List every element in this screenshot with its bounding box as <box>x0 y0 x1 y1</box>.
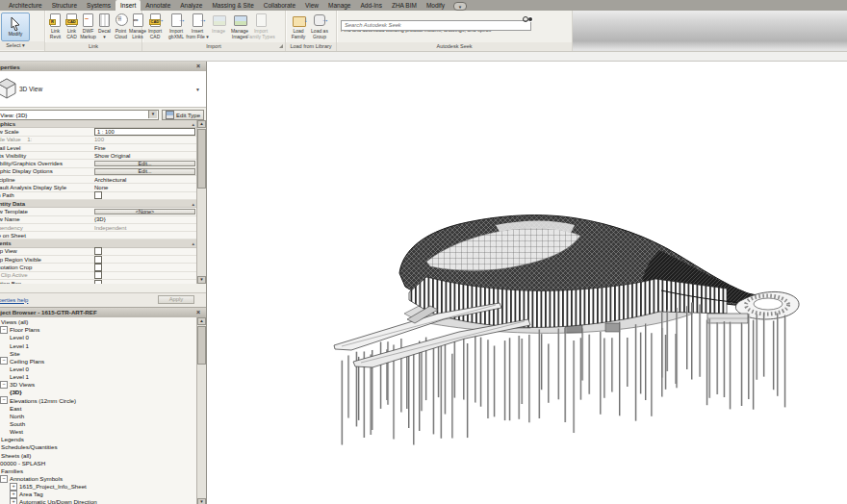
tree-item-north[interactable]: North <box>0 412 206 419</box>
expand-icon[interactable]: + <box>10 491 17 498</box>
collapse-icon[interactable]: − <box>0 475 8 483</box>
tree-item--3d-[interactable]: {3D} <box>0 389 206 396</box>
ribbon-button-import-gbxml[interactable]: →ImportgbXML <box>166 13 187 39</box>
checkbox[interactable] <box>94 271 102 279</box>
apply-button[interactable]: Apply <box>158 295 194 304</box>
checkbox[interactable] <box>94 280 102 284</box>
type-selector[interactable]: 3D View ▼ <box>0 71 206 108</box>
tree-item-ceiling-plans[interactable]: −Ceiling Plans <box>0 357 206 365</box>
ribbon-display-toggle-icon[interactable]: ▾ <box>453 2 467 11</box>
combo-arrow-icon: ▼ <box>148 111 157 118</box>
ribbon-button-link-revit[interactable]: RLinkRevit <box>47 13 64 39</box>
dialog-launcher-icon[interactable] <box>279 44 283 48</box>
properties-help-link[interactable]: Properties help <box>0 297 28 303</box>
scroll-down-arrow[interactable]: ▼ <box>197 498 206 504</box>
property-edit-button[interactable]: Edit... <box>94 168 195 174</box>
tree-item-legends[interactable]: Legends <box>0 436 206 443</box>
project-browser-title-bar[interactable]: Project Browser - 1615-GTR-ART-REF × <box>0 308 206 317</box>
tab-structure[interactable]: Structure <box>47 0 82 11</box>
tree-item-west[interactable]: West <box>0 428 206 436</box>
tree-item-floor-plans[interactable]: −Floor Plans <box>0 326 206 334</box>
tree-item-south[interactable]: South <box>0 419 206 427</box>
load-family-icon: ↓ <box>291 13 307 29</box>
close-icon[interactable]: × <box>196 63 200 69</box>
ribbon-button-insert-from-file[interactable]: →Insertfrom File ▾ <box>187 13 208 39</box>
scroll-thumb[interactable] <box>197 129 206 189</box>
checkbox[interactable] <box>94 264 102 271</box>
tab-modify[interactable]: Modify <box>422 0 449 11</box>
tab-massing-site[interactable]: Massing & Site <box>207 0 258 11</box>
tree-item-level-0[interactable]: Level 0 <box>0 365 206 372</box>
tree-item-00000-splash[interactable]: 00000 - SPLASH <box>0 459 206 466</box>
tab-analyze[interactable]: Analyze <box>175 0 207 11</box>
properties-title-bar[interactable]: Properties × <box>0 62 206 71</box>
properties-scrollbar[interactable]: ▲ ▼ <box>196 120 206 284</box>
collapse-icon[interactable]: − <box>0 357 8 365</box>
property-value-input[interactable]: 1 : 100 <box>94 128 195 136</box>
tree-item-automatic-up-down-direction[interactable]: +Automatic Up/Down Direction <box>0 498 206 504</box>
scroll-thumb[interactable] <box>197 326 206 365</box>
property-row: Sun Path <box>0 192 197 200</box>
tree-item-families[interactable]: Families <box>0 466 206 474</box>
tree-item-elevations-12mm-circle-[interactable]: −Elevations (12mm Circle) <box>0 396 206 404</box>
scroll-up-arrow[interactable]: ▲ <box>197 120 206 128</box>
scroll-down-arrow[interactable]: ▼ <box>197 276 206 284</box>
property-row: Section Box <box>0 280 197 284</box>
property-edit-button[interactable]: Edit... <box>94 161 195 166</box>
tree-item-level-1[interactable]: Level 1 <box>0 373 206 381</box>
tab-collaborate[interactable]: Collaborate <box>259 0 300 11</box>
property-row: Graphic Display OptionsEdit... <box>0 168 197 176</box>
tab-view[interactable]: View <box>300 0 323 11</box>
scroll-up-arrow[interactable]: ▲ <box>197 317 206 325</box>
tree-item-views-all-[interactable]: Views (all) <box>0 318 206 326</box>
property-row: Detail LevelFine <box>0 144 197 152</box>
tab-manage[interactable]: Manage <box>323 0 356 11</box>
ribbon-button-load-as-group[interactable]: →Load asGroup <box>309 13 330 39</box>
tree-item-east[interactable]: East <box>0 404 206 412</box>
tree-item-annotation-symbols[interactable]: −Annotation Symbols <box>0 474 206 482</box>
tab-architecture[interactable]: Architecture <box>4 0 47 11</box>
tree-item-area-tag[interactable]: +Area Tag <box>0 491 206 498</box>
expand-icon[interactable]: + <box>10 483 17 491</box>
tree-item-site[interactable]: Site <box>0 349 206 357</box>
checkbox[interactable] <box>94 247 102 255</box>
tree-item-sheets-all-[interactable]: Sheets (all) <box>0 451 206 459</box>
tree-item-3d-views[interactable]: −3D Views <box>0 381 206 389</box>
tab-insert[interactable]: Insert <box>116 0 141 11</box>
edit-type-button[interactable]: Edit Type <box>162 110 204 120</box>
expand-icon[interactable]: + <box>10 498 17 504</box>
tree-item-level-1[interactable]: Level 1 <box>0 341 206 349</box>
collapse-icon[interactable]: − <box>0 326 8 334</box>
decal-icon <box>96 13 113 29</box>
browser-scrollbar[interactable]: ▲ ▼ <box>196 317 206 504</box>
collapse-icon[interactable]: − <box>0 381 8 389</box>
checkbox[interactable] <box>94 256 102 264</box>
collapse-icon[interactable]: − <box>0 396 8 404</box>
ribbon-button-decal[interactable]: Decal ▾ <box>96 13 113 39</box>
tab-annotate[interactable]: Annotate <box>141 0 175 11</box>
ribbon-button-point-cloud[interactable]: ⠿PointCloud <box>113 13 129 39</box>
drawing-area[interactable] <box>207 62 847 504</box>
close-icon[interactable]: × <box>196 309 200 315</box>
ribbon-button-load-family[interactable]: ↓LoadFamily <box>288 13 309 39</box>
ribbon-button-dwf-markup[interactable]: ~DWFMarkup <box>80 13 96 39</box>
ribbon-button-link-cad[interactable]: CADLinkCAD <box>64 13 80 39</box>
select-panel: Modify Select ▾ <box>0 11 45 51</box>
tab-systems[interactable]: Systems <box>82 0 116 11</box>
tree-item-level-0[interactable]: Level 0 <box>0 334 206 341</box>
property-row: View Template<None> <box>0 208 197 215</box>
ribbon-button-import-cad[interactable]: CAD→ImportCAD <box>144 13 166 39</box>
view-selector-combo[interactable]: 3D View: {3D} ▼ <box>0 110 159 120</box>
tab-zha-bim[interactable]: ZHA BIM <box>387 0 422 11</box>
select-panel-label[interactable]: Select ▾ <box>0 41 44 50</box>
property-edit-button[interactable]: <None> <box>94 209 195 214</box>
tree-item-schedules-quantities[interactable]: Schedules/Quantities <box>0 443 206 451</box>
tab-add-ins[interactable]: Add-Ins <box>356 0 387 11</box>
checkbox[interactable] <box>94 191 102 199</box>
tree-item-1615-project-info-sheet[interactable]: +1615_Project_Info_Sheet <box>0 483 206 491</box>
autodesk-seek-search-input[interactable] <box>341 20 531 31</box>
property-section-identity-data[interactable]: Identity Data▴ <box>0 200 197 208</box>
property-row: DependencyIndependent <box>0 224 197 232</box>
modify-button[interactable]: Modify <box>1 13 30 41</box>
autodesk-seek-group: Find and download building product model… <box>337 11 573 51</box>
